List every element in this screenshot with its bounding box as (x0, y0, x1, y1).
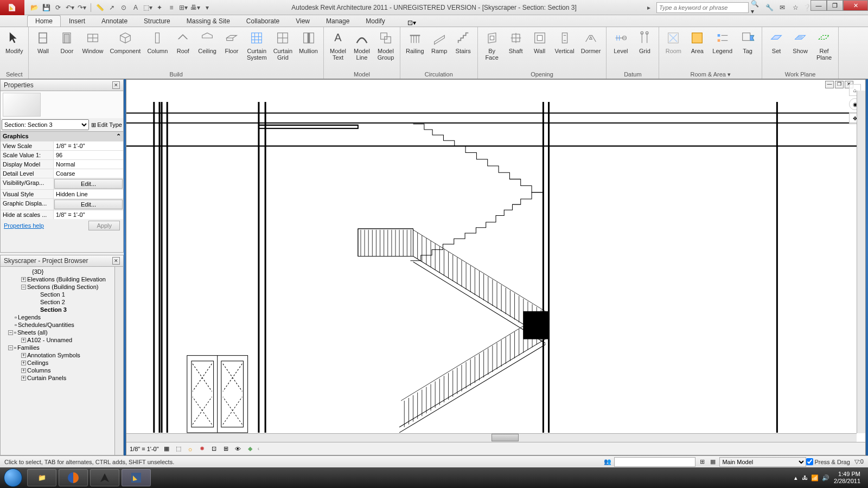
open-icon[interactable]: 📂 (29, 2, 40, 13)
sun-path-icon[interactable]: ☼ (186, 445, 195, 453)
close-button[interactable]: ✕ (843, 0, 868, 11)
press-drag-checkbox[interactable]: Press & Drag (806, 458, 850, 465)
dormer-button[interactable]: Dormer (578, 28, 604, 55)
model-group-button[interactable]: Model Group (374, 28, 398, 62)
crop-show-icon[interactable]: ⊞ (222, 445, 231, 453)
legend-button[interactable]: Legend (709, 28, 736, 55)
comm-icon[interactable]: ✉ (777, 2, 788, 13)
worksets-icon[interactable]: 👥 (603, 458, 612, 466)
canvas-hscroll[interactable] (126, 433, 857, 442)
component-button[interactable]: Component (107, 28, 144, 55)
browser-close-icon[interactable]: ✕ (112, 257, 120, 265)
view-scale[interactable]: 1/8" = 1'-0" (130, 446, 159, 452)
property-row[interactable]: Visibility/Grap...Edit... (1, 178, 123, 189)
expand-icon[interactable]: + (21, 338, 26, 343)
design-options-icon[interactable]: ⊞ (698, 458, 706, 466)
expand-icon[interactable]: − (21, 285, 26, 290)
expand-icon[interactable]: − (8, 345, 13, 350)
section-icon[interactable]: ✦ (154, 2, 165, 13)
ribbon-panel-toggle-icon[interactable]: ⊡▾ (404, 19, 419, 27)
area-button[interactable]: Area (685, 28, 709, 55)
close-views-icon[interactable]: ⊞▾ (178, 2, 189, 13)
3d-icon[interactable]: ⬚▾ (142, 2, 153, 13)
tree-item[interactable]: ▫ Schedules/Quantities (2, 321, 113, 329)
property-row[interactable]: Scale Value 1:96 (1, 150, 123, 159)
tab-modify[interactable]: Modify (358, 15, 393, 27)
tray-wifi-icon[interactable]: 📶 (811, 474, 819, 481)
align-icon[interactable]: ↗ (106, 2, 117, 13)
tree-item[interactable]: ▫ Legends (2, 313, 113, 321)
grid-button[interactable]: Grid (633, 28, 656, 55)
task-revit[interactable] (122, 469, 151, 486)
save-icon[interactable]: 💾 (41, 2, 52, 13)
switch-windows-icon[interactable]: 🖶▾ (190, 2, 201, 13)
favorite-icon[interactable]: ☆ (790, 2, 801, 13)
ref-plane-button[interactable]: Ref Plane (812, 28, 836, 62)
properties-help-link[interactable]: Properties help (4, 222, 44, 229)
model-text-button[interactable]: AModel Text (326, 28, 350, 62)
ramp-button[interactable]: Ramp (427, 28, 451, 55)
tray-volume-icon[interactable]: 🔊 (822, 474, 829, 481)
hide-isolate-icon[interactable]: 👁 (234, 445, 242, 453)
vertical-button[interactable]: Vertical (552, 28, 578, 55)
reveal-icon[interactable]: ◆ (246, 445, 254, 453)
crop-icon[interactable]: ⊡ (210, 445, 219, 453)
tree-item[interactable]: Section 1 (2, 291, 113, 298)
search-input[interactable] (656, 2, 749, 13)
type-thumbnail[interactable] (3, 93, 41, 117)
window-button[interactable]: Window (79, 28, 106, 55)
subscription-icon[interactable]: 🔧 (764, 2, 775, 13)
task-firefox[interactable] (59, 469, 88, 486)
tab-home[interactable]: Home (27, 15, 61, 27)
door-button[interactable]: Door (55, 28, 79, 55)
detail-level-icon[interactable]: ▦ (162, 445, 171, 453)
tree-item[interactable]: + Annotation Symbols (2, 351, 113, 359)
taskbar-clock[interactable]: 1:49 PM2/28/2011 (834, 471, 865, 485)
by-face-button[interactable]: By Face (480, 28, 504, 62)
search-arrow-icon[interactable]: ▸ (643, 2, 654, 13)
expand-icon[interactable]: + (21, 361, 26, 365)
set-button[interactable]: Set (764, 28, 788, 55)
tab-annotate[interactable]: Annotate (93, 15, 136, 27)
expand-icon[interactable]: + (21, 277, 26, 282)
tab-view[interactable]: View (288, 15, 318, 27)
expand-icon[interactable]: + (21, 376, 26, 381)
apply-button[interactable]: Apply (88, 221, 120, 230)
railing-button[interactable]: Railing (403, 28, 427, 55)
task-explorer[interactable]: 📁 (27, 469, 56, 486)
property-row[interactable]: Graphic Displa...Edit... (1, 198, 123, 210)
roof-button[interactable]: Roof (171, 28, 195, 55)
redo-icon[interactable]: ↷▾ (76, 2, 87, 13)
tree-item[interactable]: − Sections (Building Section) (2, 283, 113, 291)
edit-type-button[interactable]: ⊞Edit Type (91, 121, 122, 129)
thin-lines-icon[interactable]: ≡ (166, 2, 177, 13)
view-minimize-icon[interactable]: — (825, 81, 834, 88)
level-button[interactable]: Level (609, 28, 633, 55)
tab-manage[interactable]: Manage (318, 15, 358, 27)
show-button[interactable]: Show (788, 28, 812, 55)
tree-item[interactable]: {3D} (2, 268, 113, 275)
start-button[interactable] (0, 467, 26, 488)
ceiling-button[interactable]: Ceiling (195, 28, 220, 55)
application-menu-button[interactable] (0, 0, 24, 15)
stairs-button[interactable]: Stairs (451, 28, 475, 55)
collapse-icon[interactable]: ⌃ (116, 133, 121, 140)
search-btn-icon[interactable]: 🔍▾ (751, 2, 762, 13)
model-graphics-icon[interactable]: ⬚ (174, 445, 183, 453)
expand-icon[interactable]: + (21, 353, 26, 358)
dim-icon[interactable]: ⊙ (118, 2, 129, 13)
floor-button[interactable]: Floor (220, 28, 244, 55)
tree-item[interactable]: + Columns (2, 367, 113, 374)
expand-icon[interactable]: + (21, 368, 26, 373)
qat-dropdown-icon[interactable]: ▾ (202, 2, 213, 13)
tray-expand-icon[interactable]: ▴ (794, 474, 797, 481)
tree-item[interactable]: + A102 - Unnamed (2, 336, 113, 344)
measure-icon[interactable]: 📏 (94, 2, 105, 13)
tab-collaborate[interactable]: Collaborate (238, 15, 288, 27)
tag-button[interactable]: Tag (736, 28, 760, 55)
workset-field[interactable] (614, 457, 695, 467)
text-icon[interactable]: A (130, 2, 141, 13)
curtain-system-button[interactable]: Curtain System (244, 28, 270, 62)
mullion-button[interactable]: Mullion (296, 28, 321, 55)
tree-item[interactable]: Section 3 (2, 306, 113, 313)
